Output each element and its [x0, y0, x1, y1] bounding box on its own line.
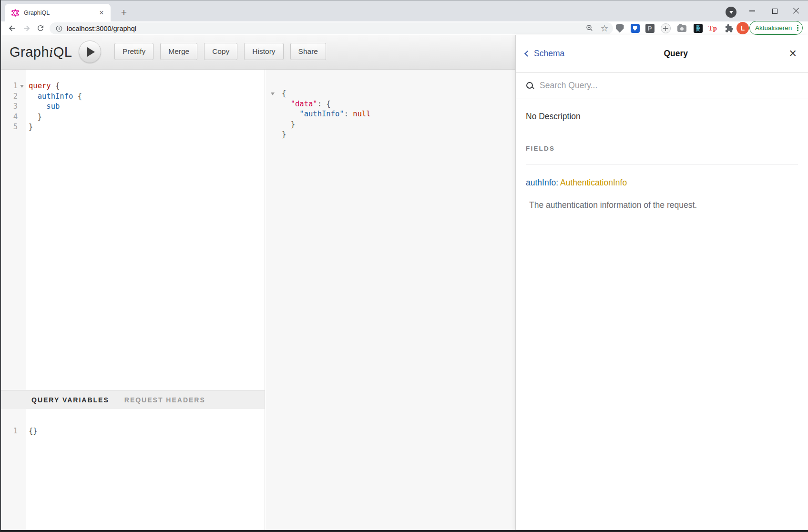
- fold-gutter[interactable]: [266, 89, 279, 99]
- chevron-down-icon: [729, 11, 733, 14]
- maximize-button[interactable]: [764, 0, 785, 21]
- code-line: {: [266, 89, 515, 99]
- back-button[interactable]: [5, 21, 19, 35]
- toolbar-button-share[interactable]: Share: [290, 43, 326, 60]
- browser-tab-graphiql[interactable]: GraphiQL ×: [5, 4, 111, 21]
- star-icon: ☆: [600, 24, 608, 33]
- back-arrow-icon: [8, 24, 17, 33]
- fields-section-header: FIELDS: [526, 145, 798, 152]
- fields-divider: [526, 164, 798, 164]
- line-number: 1: [0, 426, 18, 437]
- toolbar-button-history[interactable]: History: [244, 43, 283, 60]
- line-number: 2: [0, 92, 18, 102]
- tab-title: GraphiQL: [24, 10, 97, 16]
- fold-arrow-icon[interactable]: [20, 85, 24, 88]
- extensions-menu-button[interactable]: [722, 20, 736, 36]
- fold-gutter[interactable]: [18, 81, 26, 92]
- zoom-page-button[interactable]: [583, 22, 596, 34]
- fold-gutter: [18, 426, 26, 437]
- graphql-favicon-icon: [11, 9, 19, 17]
- tab-strip: GraphiQL × +: [0, 0, 808, 21]
- field-name-link[interactable]: authInfo: [526, 178, 556, 187]
- tab-close-icon[interactable]: ×: [97, 9, 106, 17]
- variables-tab-bar: QUERY VARIABLESREQUEST HEADERS: [0, 390, 265, 409]
- avatar: L: [736, 22, 749, 34]
- window-bottom-edge: [0, 530, 808, 532]
- browser-window: GraphiQL × + localhost:3000/graphql ☆ P: [0, 0, 808, 532]
- fold-gutter: [18, 92, 26, 102]
- tab-request-headers[interactable]: REQUEST HEADERS: [124, 396, 205, 404]
- p-letter-icon: P: [645, 24, 655, 33]
- bookmark-button[interactable]: ☆: [598, 22, 611, 34]
- result-viewer[interactable]: { "data": { "authInfo": null }}: [266, 89, 515, 140]
- fold-arrow-icon[interactable]: [271, 92, 275, 95]
- field-type-link[interactable]: AuthenticationInfo: [560, 178, 627, 187]
- field-description: The authentication information of the re…: [526, 200, 798, 210]
- reload-button[interactable]: [33, 21, 48, 35]
- browser-update-button[interactable]: Aktualisieren: [749, 21, 803, 35]
- variables-editor[interactable]: 1{}: [0, 426, 265, 437]
- cross-arrows-icon: [661, 23, 671, 33]
- graphiql-logo: GraphiQL: [10, 44, 72, 60]
- fold-gutter: [266, 99, 279, 110]
- doc-body: No Description FIELDS authInfo: Authenti…: [516, 99, 808, 210]
- extension-tp-button[interactable]: Tp: [706, 20, 720, 36]
- extension-p-button[interactable]: P: [643, 20, 657, 36]
- doc-close-button[interactable]: ×: [787, 47, 798, 60]
- forward-arrow-icon: [22, 24, 31, 33]
- code-line: "data": {: [266, 99, 515, 110]
- play-icon: [87, 47, 95, 57]
- result-pane: { "data": { "authInfo": null }}: [266, 70, 515, 530]
- bitwarden-shield-icon: [631, 24, 640, 33]
- url-text[interactable]: localhost:3000/graphql: [67, 25, 136, 32]
- doc-search-input[interactable]: [540, 81, 798, 91]
- fold-gutter: [18, 122, 26, 133]
- fold-gutter: [266, 120, 279, 130]
- code-line: 5}: [0, 122, 265, 133]
- tab-search-button[interactable]: [726, 7, 736, 18]
- doc-search-row: [516, 72, 808, 99]
- minimize-button[interactable]: [742, 0, 763, 21]
- line-number: 4: [0, 112, 18, 123]
- line-number: 5: [0, 122, 18, 133]
- toolbar-button-prettify[interactable]: Prettify: [114, 43, 153, 60]
- profile-avatar[interactable]: L: [736, 20, 750, 36]
- code-line: }: [266, 130, 515, 140]
- line-number: 3: [0, 102, 18, 112]
- extension-move-button[interactable]: [658, 20, 673, 36]
- minimize-icon: [749, 10, 755, 11]
- close-window-button[interactable]: [786, 0, 807, 21]
- fold-gutter: [266, 130, 279, 140]
- toolbar-button-copy[interactable]: Copy: [204, 43, 237, 60]
- update-button-label: Aktualisieren: [755, 24, 792, 31]
- tp-letters-icon: Tp: [708, 24, 717, 32]
- code-line: 2 authInfo {: [0, 92, 265, 102]
- toolbar-button-merge[interactable]: Merge: [160, 43, 197, 60]
- code-line: 1{}: [0, 426, 265, 437]
- window-top-edge: [0, 0, 808, 0]
- execute-query-button[interactable]: [79, 41, 101, 63]
- zoom-magnifier-icon: [585, 24, 594, 32]
- reload-icon: [36, 24, 45, 32]
- code-line: 4 }: [0, 112, 265, 123]
- new-tab-button[interactable]: +: [117, 6, 131, 19]
- tab-query-variables[interactable]: QUERY VARIABLES: [31, 396, 109, 404]
- code-line: 3 sub: [0, 102, 265, 112]
- doc-title: Query: [564, 49, 787, 59]
- address-bar[interactable]: localhost:3000/graphql: [50, 22, 613, 34]
- kebab-menu-icon[interactable]: [797, 25, 798, 31]
- code-line: 1query {: [0, 81, 265, 92]
- forward-button[interactable]: [19, 21, 33, 35]
- fold-gutter: [266, 109, 279, 120]
- extension-screenshot-button[interactable]: [675, 20, 689, 36]
- extension-bitwarden-button[interactable]: [628, 20, 642, 36]
- page-info-icon[interactable]: [55, 25, 63, 32]
- extension-ublock-button[interactable]: [613, 20, 627, 36]
- extension-react-devtools-button[interactable]: [691, 20, 705, 36]
- doc-back-link[interactable]: Schema: [525, 49, 564, 59]
- puzzle-icon: [725, 24, 734, 33]
- query-editor[interactable]: 1query {2 authInfo {3 sub4 }5}: [0, 81, 265, 133]
- doc-explorer-header: Schema Query ×: [516, 35, 808, 72]
- fold-gutter: [18, 112, 26, 123]
- code-line: "authInfo": null: [266, 109, 515, 120]
